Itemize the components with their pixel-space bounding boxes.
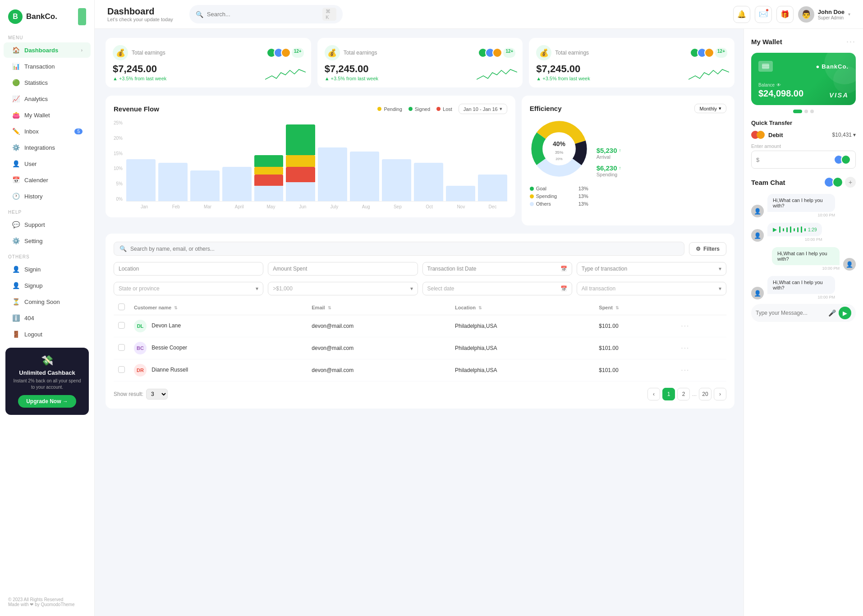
calender-icon: 📅 bbox=[12, 176, 20, 184]
sidebar-item-signin[interactable]: 👤 Signin bbox=[4, 262, 91, 277]
x-label-April: April bbox=[225, 204, 254, 209]
table-search-input[interactable] bbox=[130, 246, 679, 252]
spending-amount: $6,230 ↑ bbox=[597, 164, 726, 172]
sidebar-item-history[interactable]: 🕐 History bbox=[4, 188, 91, 204]
x-axis: JanFebMarAprilMayJunJulyAugSepOctNovDec bbox=[114, 204, 507, 209]
date-filter[interactable]: Transaction list Date 📅 bbox=[422, 262, 572, 276]
search-bar[interactable]: 🔍 ⌘ K bbox=[189, 5, 343, 23]
card-dot-3[interactable] bbox=[810, 110, 814, 113]
row-avatar: DR bbox=[134, 364, 147, 377]
sidebar-item-dashboards[interactable]: 🏠 Dashboards › bbox=[4, 42, 91, 58]
chat-audio-bubble: ▶ 1:29 bbox=[767, 223, 822, 236]
x-label-Feb: Feb bbox=[161, 204, 190, 209]
history-icon: 🕐 bbox=[12, 192, 20, 200]
sidebar-item-analytics[interactable]: 📈 Analytics bbox=[4, 91, 91, 106]
page-1-button[interactable]: 1 bbox=[662, 388, 675, 400]
row-select-checkbox[interactable] bbox=[118, 322, 125, 329]
type-filter[interactable]: Type of transaction ▾ bbox=[577, 262, 726, 276]
select-all-checkbox[interactable] bbox=[118, 303, 125, 310]
card-dot-1[interactable] bbox=[793, 110, 802, 113]
sidebar-item-404[interactable]: ℹ️ 404 bbox=[4, 310, 91, 326]
sidebar-item-label: Signup bbox=[24, 282, 42, 289]
bar-group-May bbox=[254, 120, 284, 201]
currency-symbol: $ bbox=[756, 156, 759, 163]
setting-icon: ⚙️ bbox=[12, 237, 20, 245]
card-logo-icon: ● bbox=[816, 63, 820, 70]
svg-point-3 bbox=[537, 127, 581, 171]
page-ellipsis: ... bbox=[692, 391, 697, 397]
play-icon[interactable]: ▶ bbox=[773, 226, 777, 233]
date-value-filter[interactable]: Select date 📅 bbox=[422, 282, 572, 295]
wallet-options-button[interactable]: ··· bbox=[846, 37, 856, 46]
enter-amount-input[interactable]: $ bbox=[751, 151, 856, 169]
page-20-button[interactable]: 20 bbox=[699, 388, 712, 400]
row-select-checkbox[interactable] bbox=[118, 344, 125, 351]
chevron-down-icon: ▾ bbox=[719, 285, 721, 292]
bar-segment bbox=[286, 167, 315, 182]
date-range-selector[interactable]: Jan 10 - Jan 16 ▾ bbox=[459, 104, 507, 114]
filter-values-row: State or province ▾ >$1,000 ▾ Select dat… bbox=[114, 282, 726, 295]
microphone-icon[interactable]: 🎤 bbox=[828, 309, 836, 317]
chat-bubble-container: Hi,What can I help you with? 10:00 PM bbox=[767, 194, 835, 217]
row-select-checkbox[interactable] bbox=[118, 366, 125, 373]
inbox-icon: ✏️ bbox=[12, 127, 20, 135]
show-result-select[interactable]: 3 5 10 bbox=[146, 389, 168, 400]
user-menu[interactable]: 👨 John Doe Super Admin ▾ bbox=[798, 6, 850, 23]
wallet-icon: 👛 bbox=[12, 111, 20, 119]
sidebar: B BankCo. Menu 🏠 Dashboards › 📊 Transact… bbox=[0, 0, 95, 616]
period-selector[interactable]: Monthly ▾ bbox=[694, 104, 726, 113]
add-chat-member-button[interactable]: + bbox=[845, 177, 856, 188]
next-page-button[interactable]: › bbox=[714, 388, 726, 400]
search-input[interactable] bbox=[207, 11, 316, 18]
gift-button[interactable]: 🎁 bbox=[776, 6, 794, 23]
sidebar-item-inbox[interactable]: ✏️ Inbox 5 bbox=[4, 124, 91, 139]
type-value-filter[interactable]: All transaction ▾ bbox=[577, 282, 726, 295]
row-options-button[interactable]: ··· bbox=[681, 322, 689, 330]
user-info: John Doe Super Admin bbox=[818, 9, 845, 20]
send-button[interactable]: ▶ bbox=[839, 307, 851, 319]
eff-legend-goal: Goal 13% bbox=[530, 186, 588, 191]
row-options-button[interactable]: ··· bbox=[681, 344, 689, 352]
filter-button[interactable]: ⚙ Filters bbox=[689, 242, 726, 256]
chat-input[interactable] bbox=[756, 310, 826, 316]
prev-page-button[interactable]: ‹ bbox=[647, 388, 660, 400]
arrival-stat: $5,230 ↑ Arrival bbox=[597, 147, 726, 160]
table-row: DL Devon Lane devon@mail.com Philadelphi… bbox=[114, 315, 726, 337]
sidebar-item-user[interactable]: 👤 User bbox=[4, 156, 91, 171]
debit-card-info: Debit bbox=[751, 131, 783, 139]
upgrade-button[interactable]: Upgrade Now → bbox=[18, 395, 76, 408]
amount-filter[interactable]: Amount Spent bbox=[268, 262, 418, 276]
sidebar-item-signup[interactable]: 👤 Signup bbox=[4, 278, 91, 293]
sort-icon: ⇅ bbox=[478, 306, 482, 310]
table-footer: Show result: 3 5 10 ‹ 1 2 ... 20 › bbox=[114, 388, 726, 400]
sidebar-item-statistics[interactable]: 🟢 Statistics bbox=[4, 75, 91, 90]
messages-button[interactable]: ✉️ bbox=[755, 6, 772, 23]
legend-dot-signed bbox=[409, 107, 413, 111]
sort-icon: ⇅ bbox=[174, 306, 178, 310]
sidebar-item-support[interactable]: 💬 Support bbox=[4, 217, 91, 232]
sidebar-item-transaction[interactable]: 📊 Transaction bbox=[4, 59, 91, 74]
sidebar-item-my-wallet[interactable]: 👛 My Wallet bbox=[4, 107, 91, 123]
bar-segment bbox=[126, 159, 156, 202]
chevron-icon: › bbox=[81, 48, 83, 53]
notifications-button[interactable]: 🔔 bbox=[733, 6, 750, 23]
upgrade-icon: 💸 bbox=[12, 355, 83, 367]
row-avatar: DL bbox=[134, 320, 147, 332]
bar-group-Sep bbox=[382, 120, 411, 201]
sidebar-item-coming-soon[interactable]: ⏳ Coming Soon bbox=[4, 294, 91, 309]
sidebar-item-setting[interactable]: ⚙️ Setting bbox=[4, 233, 91, 248]
debit-amount-selector[interactable]: $10,431 ▾ bbox=[832, 132, 856, 138]
stat-avatars-1: 12+ bbox=[481, 48, 515, 58]
page-2-button[interactable]: 2 bbox=[677, 388, 690, 400]
location-filter[interactable]: Location bbox=[114, 262, 263, 276]
table-search[interactable]: 🔍 bbox=[114, 242, 684, 256]
bar-segment bbox=[158, 163, 188, 201]
amount-value-filter[interactable]: >$1,000 ▾ bbox=[268, 282, 418, 295]
sidebar-item-calender[interactable]: 📅 Calender bbox=[4, 172, 91, 188]
sidebar-item-logout[interactable]: 🚪 Logout bbox=[4, 326, 91, 342]
sidebar-item-integrations[interactable]: ⚙️ Integrations bbox=[4, 140, 91, 155]
eff-legend-others: Others 13% bbox=[530, 201, 588, 207]
location-value-filter[interactable]: State or province ▾ bbox=[114, 282, 263, 295]
card-dot-2[interactable] bbox=[804, 110, 808, 113]
row-options-button[interactable]: ··· bbox=[681, 366, 689, 374]
